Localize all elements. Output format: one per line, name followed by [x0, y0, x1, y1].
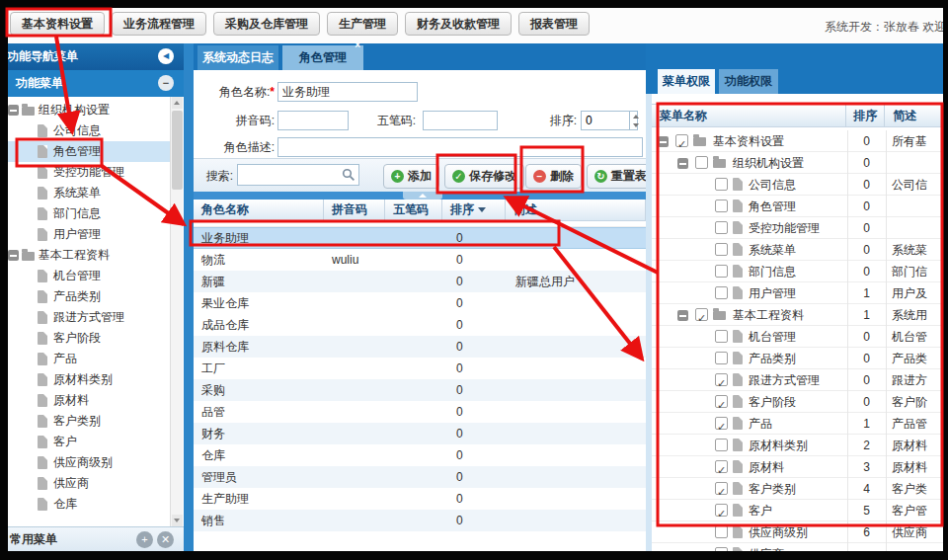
sort-spinner[interactable] [581, 111, 638, 130]
column-header-1[interactable]: 角色名称 [194, 200, 324, 220]
scroll-down-icon[interactable] [172, 515, 183, 526]
table-row[interactable]: 果业仓库0 [194, 292, 646, 314]
checkbox-checked[interactable] [715, 482, 728, 495]
permission-tree-row[interactable]: 用户管理1用户及 [652, 282, 943, 304]
permission-column-header-2[interactable]: 排序 [846, 105, 885, 126]
role-desc-input[interactable] [277, 137, 643, 157]
permission-tree-row[interactable]: 公司信息0公司信 [652, 174, 943, 196]
sidebar-item[interactable]: 客户 [8, 432, 170, 452]
permission-column-header-3[interactable]: 简述 [885, 105, 942, 126]
permission-tree-row[interactable]: 角色管理0 [652, 196, 943, 217]
sidebar-item[interactable]: 机台管理 [8, 266, 170, 286]
sort-input[interactable] [582, 112, 629, 129]
top-menu-item-5[interactable]: 财务及收款管理 [405, 12, 512, 36]
column-header-3[interactable]: 五笔码 [385, 200, 442, 220]
pinyin-input[interactable] [277, 111, 349, 130]
clear-favorite-icon[interactable]: ✕ [157, 531, 174, 548]
sidebar-item[interactable]: 供应商级别 [8, 452, 170, 473]
table-row[interactable]: 成品仓库0 [194, 314, 646, 336]
column-header-4[interactable]: 排序 [442, 200, 506, 220]
permission-tree-row[interactable]: 基本资料设置0所有基 [652, 130, 943, 152]
permission-tree-row[interactable]: 组织机构设置0 [652, 152, 943, 174]
permission-column-header-1[interactable]: 菜单名称 [652, 105, 846, 126]
expander-icon[interactable] [8, 105, 19, 116]
sidebar-item[interactable]: 跟进方式管理 [8, 307, 170, 328]
add-favorite-icon[interactable]: + [136, 531, 153, 548]
scrollbar-thumb[interactable] [172, 111, 183, 190]
table-row[interactable]: 仓库0 [194, 444, 646, 466]
permission-tab-inactive[interactable]: 功能权限 [719, 69, 778, 94]
scroll-up-icon[interactable] [172, 97, 183, 109]
permission-tree-row[interactable]: 客户类别4客户类 [652, 478, 943, 500]
checkbox-checked[interactable] [715, 395, 728, 408]
permission-tree-row[interactable]: 跟进方式管理0跟进方 [652, 369, 943, 391]
toolbar-button-add[interactable]: +添加 [383, 164, 439, 189]
tab-active[interactable]: 角色管理× [282, 45, 363, 70]
toolbar-button-save[interactable]: ✓保存修改 [444, 164, 524, 189]
sidebar-item[interactable]: 原材料 [8, 390, 170, 411]
table-row[interactable]: 管理员0 [194, 466, 646, 488]
permission-tree-row[interactable]: 机台管理0机台管 [652, 326, 943, 348]
permission-tree-row[interactable]: 产品类别0产品类 [652, 348, 943, 369]
checkbox-unchecked[interactable] [715, 439, 728, 451]
column-header-5[interactable]: 简述 [506, 200, 646, 220]
sidebar-item[interactable]: 客户阶段 [8, 328, 170, 349]
checkbox-unchecked[interactable] [695, 156, 708, 169]
permission-tree-row[interactable]: 原材料3原材料 [652, 456, 943, 478]
permission-tree-row[interactable]: 原材料类别2原材料 [652, 435, 943, 456]
sidebar-scrollbar[interactable] [170, 97, 183, 526]
sidebar-item[interactable]: 产品 [8, 349, 170, 369]
checkbox-checked[interactable] [695, 308, 708, 321]
checkbox-unchecked[interactable] [715, 243, 728, 256]
spin-down-icon[interactable] [630, 120, 637, 129]
search-icon[interactable] [342, 168, 356, 182]
table-row[interactable]: 销售0 [194, 510, 646, 531]
sidebar-item[interactable]: 受控功能管理 [8, 162, 170, 183]
sidebar-item[interactable]: 产品类别 [8, 286, 170, 307]
table-row[interactable]: 新疆0新疆总用户 [194, 271, 646, 292]
checkbox-checked[interactable] [715, 373, 728, 386]
checkbox-unchecked[interactable] [715, 352, 728, 364]
permission-tree-row[interactable]: 产品1产品管 [652, 413, 943, 435]
permission-tree-row[interactable]: 供应商 [652, 543, 943, 551]
table-row-selected[interactable]: 业务助理0 [194, 227, 646, 249]
checkbox-unchecked[interactable] [715, 547, 728, 551]
top-menu-item-4[interactable]: 生产管理 [327, 12, 398, 36]
sidebar-item[interactable]: 基本工程资料 [8, 245, 170, 266]
sidebar-item-selected[interactable]: 角色管理 [8, 141, 170, 162]
checkbox-checked[interactable] [715, 504, 728, 517]
permission-tree-row[interactable]: 系统菜单0系统菜 [652, 239, 943, 261]
role-name-input[interactable] [277, 82, 418, 102]
table-row[interactable]: 工厂0 [194, 358, 646, 379]
close-icon[interactable]: × [355, 40, 360, 50]
sidebar-item[interactable]: 用户管理 [8, 224, 170, 245]
permission-tab-active[interactable]: 菜单权限 [658, 69, 715, 94]
favorites-bar[interactable]: 常用菜单 + ✕ [8, 526, 184, 551]
wubi-input[interactable] [423, 111, 498, 130]
checkbox-unchecked[interactable] [715, 286, 728, 299]
checkbox-checked[interactable] [715, 417, 728, 430]
expander-icon[interactable] [677, 310, 688, 321]
table-row[interactable]: 财务0 [194, 423, 646, 444]
table-row[interactable]: 生产助理0 [194, 488, 646, 510]
checkbox-unchecked[interactable] [715, 330, 728, 343]
permission-tree-row[interactable]: 客户5客户管 [652, 500, 943, 521]
spin-up-icon[interactable] [630, 112, 637, 120]
table-row[interactable]: 物流wuliu0 [194, 249, 646, 271]
checkbox-unchecked[interactable] [715, 221, 728, 234]
top-menu-item-6[interactable]: 报表管理 [518, 12, 590, 36]
checkbox-unchecked[interactable] [715, 265, 728, 278]
sidebar-item[interactable]: 客户类别 [8, 411, 170, 432]
checkbox-checked[interactable] [675, 134, 688, 147]
horizontal-splitter[interactable] [194, 192, 646, 200]
table-row[interactable]: 原料仓库0 [194, 336, 646, 358]
expander-icon[interactable] [8, 250, 19, 261]
expander-icon[interactable] [677, 158, 688, 169]
expander-icon[interactable] [658, 136, 669, 147]
permission-tree-row[interactable]: 供应商级别6供应商 [652, 521, 943, 543]
minimize-icon[interactable]: − [158, 75, 174, 91]
checkbox-unchecked[interactable] [715, 200, 728, 212]
permission-tree-row[interactable]: 客户阶段0客户阶 [652, 391, 943, 413]
checkbox-unchecked[interactable] [715, 178, 728, 191]
table-row[interactable]: 采购0 [194, 379, 646, 401]
